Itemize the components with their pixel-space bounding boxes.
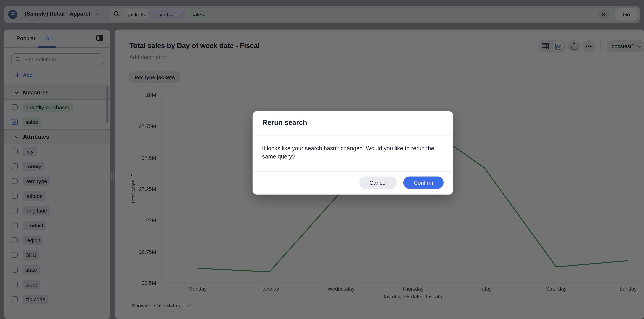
rerun-search-dialog: Rerun search It looks like your search h… [252,111,453,195]
divider [252,135,453,135]
cancel-button[interactable]: Cancel [360,177,397,189]
divider [252,171,453,172]
screen: (Sample) Retail - Apparel jackets day of… [0,0,644,319]
confirm-button[interactable]: Confirm [403,177,444,189]
dialog-message: It looks like your search hasn’t changed… [262,144,442,161]
dialog-title: Rerun search [262,119,307,127]
